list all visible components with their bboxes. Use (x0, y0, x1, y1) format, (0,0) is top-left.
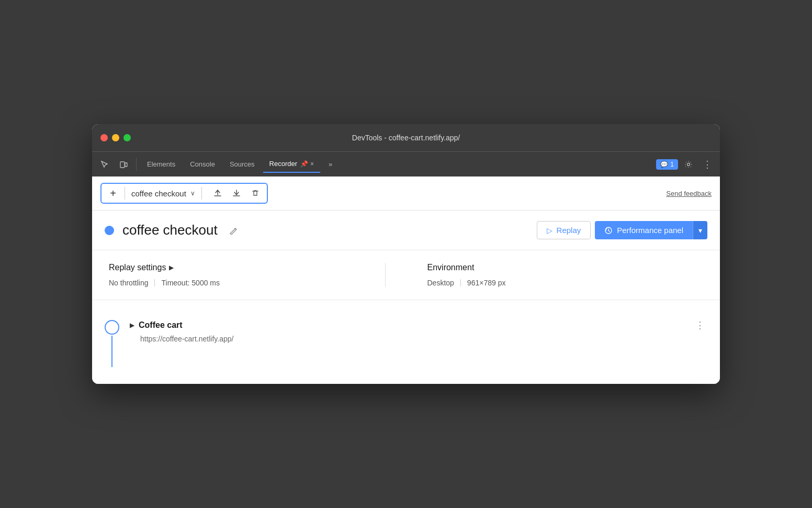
import-icon (232, 189, 241, 197)
recording-header: coffee checkout ▷ Replay (92, 211, 720, 250)
performance-panel-group: Performance panel ▾ (595, 221, 707, 239)
recorder-close-icon[interactable]: × (310, 160, 314, 168)
device-toolbar-button[interactable] (115, 156, 132, 173)
step-content: ▶ Coffee cart ⋮ https://coffee-cart.netl… (130, 317, 707, 343)
replay-settings: Replay settings ▶ No throttling Timeout:… (109, 263, 385, 287)
step-expand-arrow[interactable]: ▶ (130, 322, 134, 329)
edit-recording-name-button[interactable] (226, 223, 241, 238)
replay-settings-title-text: Replay settings (109, 263, 166, 272)
recording-toolbar-divider (125, 187, 125, 200)
recorder-pin-icon: 📌 (300, 160, 308, 168)
timeout-value: Timeout: 5000 ms (161, 279, 220, 287)
recording-name-text: coffee checkout (131, 189, 186, 198)
close-button[interactable] (100, 134, 108, 141)
step-line (111, 336, 112, 367)
tab-sources[interactable]: Sources (223, 156, 261, 173)
desktop-value: Desktop (427, 279, 454, 287)
step-item: ▶ Coffee cart ⋮ https://coffee-cart.netl… (92, 317, 720, 367)
main-content: + coffee checkout ∨ (92, 176, 720, 384)
performance-icon (604, 226, 613, 235)
window-title: DevTools - coffee-cart.netlify.app/ (352, 134, 460, 142)
trash-icon (251, 189, 260, 197)
chat-badge[interactable]: 💬 1 (656, 159, 678, 170)
export-recording-button[interactable] (210, 186, 225, 201)
no-throttling-value: No throttling (109, 279, 148, 287)
recording-action-buttons (210, 186, 263, 201)
chevron-down-white-icon: ▾ (698, 226, 702, 235)
step-url: https://coffee-cart.netlify.app/ (140, 335, 707, 343)
maximize-button[interactable] (123, 134, 131, 141)
more-tabs-button[interactable]: » (322, 156, 339, 173)
vertical-dots-step-icon: ⋮ (695, 319, 705, 331)
vertical-dots-icon: ⋮ (703, 159, 712, 170)
send-feedback-button[interactable]: Send feedback (666, 190, 712, 197)
tab-elements[interactable]: Elements (141, 156, 182, 173)
tab-console[interactable]: Console (184, 156, 221, 173)
svg-rect-0 (120, 162, 125, 168)
chat-count: 1 (670, 161, 674, 168)
performance-panel-button[interactable]: Performance panel (595, 221, 693, 239)
recording-name-dropdown[interactable]: coffee checkout ∨ (129, 189, 197, 198)
devtools-toolbar: Elements Console Sources Recorder 📌 × » … (92, 151, 720, 176)
step-timeline (105, 317, 119, 367)
tab-sources-label: Sources (230, 160, 255, 168)
recording-header-actions: ▷ Replay Performance panel ▾ (537, 221, 707, 239)
replay-settings-title[interactable]: Replay settings ▶ (109, 263, 385, 272)
tab-console-label: Console (190, 160, 215, 168)
settings-button[interactable] (680, 156, 697, 173)
recording-status-dot (105, 226, 114, 235)
resolution-value: 961×789 px (467, 279, 506, 287)
devtools-window: DevTools - coffee-cart.netlify.app/ Elem… (92, 124, 720, 384)
tab-elements-label: Elements (147, 160, 175, 168)
replay-label: Replay (557, 226, 581, 235)
delete-recording-button[interactable] (248, 186, 263, 201)
environment-settings: Environment Desktop 961×789 px (385, 263, 704, 287)
settings-section: Replay settings ▶ No throttling Timeout:… (92, 250, 720, 300)
performance-panel-label: Performance panel (617, 226, 683, 235)
inspect-element-button[interactable] (96, 156, 113, 173)
svg-point-2 (687, 163, 690, 165)
chat-icon: 💬 (660, 161, 668, 168)
env-val-divider (460, 279, 461, 286)
performance-panel-dropdown-button[interactable]: ▾ (693, 221, 707, 239)
inspect-icon (100, 160, 109, 169)
traffic-lights (100, 134, 131, 141)
import-recording-button[interactable] (229, 186, 244, 201)
device-icon (119, 160, 128, 169)
chevron-down-icon: ∨ (190, 190, 195, 197)
step-header: ▶ Coffee cart ⋮ (130, 318, 707, 333)
minimize-button[interactable] (112, 134, 119, 141)
pencil-icon (229, 226, 238, 235)
svg-rect-1 (125, 163, 127, 167)
recording-title: coffee checkout (122, 222, 218, 238)
toolbar-divider-1 (136, 158, 137, 171)
tab-recorder[interactable]: Recorder 📌 × (263, 156, 320, 173)
plus-icon: + (110, 187, 116, 200)
replay-settings-values: No throttling Timeout: 5000 ms (109, 279, 385, 287)
steps-section: ▶ Coffee cart ⋮ https://coffee-cart.netl… (92, 300, 720, 384)
recording-toolbar: + coffee checkout ∨ (92, 176, 720, 211)
recording-controls: + coffee checkout ∨ (100, 183, 268, 204)
more-options-button[interactable]: ⋮ (699, 156, 716, 173)
tab-recorder-label: Recorder (269, 160, 297, 168)
step-name: Coffee cart (139, 321, 183, 330)
step-circle (105, 320, 119, 335)
add-recording-button[interactable]: + (106, 186, 120, 201)
step-more-button[interactable]: ⋮ (693, 318, 707, 333)
more-tabs-label: » (329, 160, 332, 168)
environment-title-text: Environment (427, 263, 475, 272)
titlebar: DevTools - coffee-cart.netlify.app/ (92, 124, 720, 151)
settings-val-divider (154, 279, 155, 286)
replay-play-icon: ▷ (547, 226, 552, 235)
replay-settings-expand-arrow: ▶ (169, 264, 174, 271)
environment-values: Desktop 961×789 px (427, 279, 704, 287)
replay-button[interactable]: ▷ Replay (537, 221, 591, 239)
environment-title: Environment (427, 263, 704, 272)
export-icon (213, 189, 222, 197)
toolbar-right: 💬 1 ⋮ (656, 156, 716, 173)
recording-toolbar-divider-2 (201, 187, 202, 200)
gear-icon (684, 160, 693, 169)
